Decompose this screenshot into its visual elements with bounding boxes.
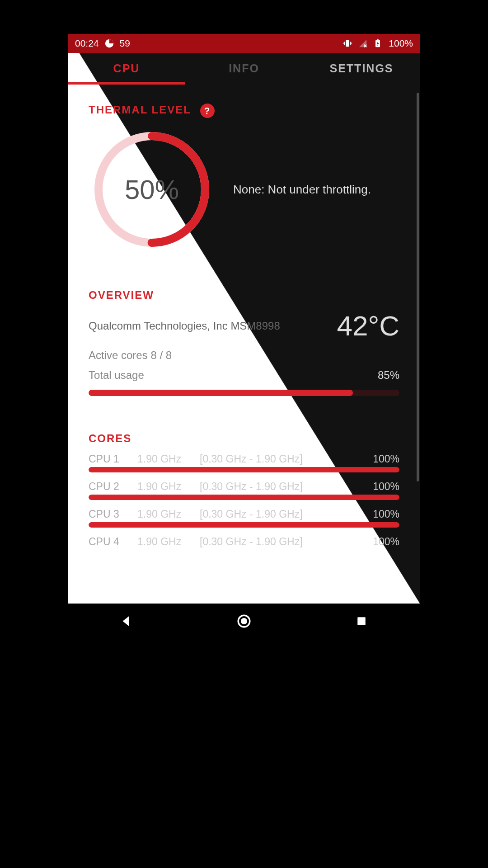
core-row: CPU 4 1.90 GHz [0.30 GHz - 1.90 GHz] 100…: [89, 536, 399, 548]
notification-count: 59: [120, 38, 130, 49]
scrollbar[interactable]: [417, 93, 419, 481]
nav-home-button[interactable]: [217, 608, 271, 635]
core-row: CPU 1 1.90 GHz [0.30 GHz - 1.90 GHz] 100…: [89, 453, 399, 465]
svg-point-13: [241, 618, 247, 624]
cpu-temperature: 42°C: [337, 310, 399, 342]
core-name: CPU 4: [89, 536, 129, 548]
card-overview: OVERVIEW Qualcomm Technologies, Inc MSM8…: [76, 277, 412, 408]
tab-settings[interactable]: SETTINGS: [303, 53, 420, 84]
nav-recents-button[interactable]: [334, 608, 389, 635]
core-range: [0.30 GHz - 1.90 GHz]: [200, 536, 355, 548]
phone-frame: 00:24 59 100% CPU: [59, 0, 429, 639]
core-usage-bar: [89, 467, 399, 472]
thermal-status-text: None: Not under throttling.: [233, 183, 371, 197]
card-cores: CORES CPU 1 1.90 GHz [0.30 GHz - 1.90 GH…: [76, 420, 412, 560]
core-row: CPU 2 1.90 GHz [0.30 GHz - 1.90 GHz] 100…: [89, 481, 399, 493]
thermal-title: THERMAL LEVEL ?: [89, 104, 399, 118]
core-range: [0.30 GHz - 1.90 GHz]: [200, 453, 355, 465]
thermal-gauge: 50%: [89, 126, 215, 253]
total-usage-bar: [89, 390, 399, 396]
core-usage-bar: [89, 522, 399, 528]
thermal-percent: 50%: [125, 174, 179, 205]
core-percent: 100%: [363, 481, 399, 493]
tab-cpu[interactable]: CPU: [68, 53, 185, 84]
vibrate-icon: [343, 38, 352, 48]
core-percent: 100%: [363, 453, 399, 465]
core-freq: 1.90 GHz: [137, 536, 192, 548]
core-freq: 1.90 GHz: [137, 508, 192, 520]
svg-rect-14: [357, 617, 366, 625]
svg-rect-1: [346, 40, 349, 47]
card-thermal: THERMAL LEVEL ? 50% None: Not under thro…: [76, 92, 412, 264]
system-nav-bar: [68, 604, 420, 639]
svg-marker-11: [123, 616, 129, 627]
app-icon: [104, 38, 114, 48]
tab-bar: CPU INFO SETTINGS: [68, 53, 420, 85]
nav-back-button[interactable]: [99, 608, 154, 635]
total-usage-label: Total usage: [89, 369, 144, 382]
bezel-top: [68, 0, 420, 34]
cores-title: CORES: [89, 432, 399, 445]
core-name: CPU 2: [89, 481, 129, 493]
core-freq: 1.90 GHz: [137, 481, 192, 493]
core-row: CPU 3 1.90 GHz [0.30 GHz - 1.90 GHz] 100…: [89, 508, 399, 520]
battery-charging-icon: [373, 38, 383, 48]
help-icon[interactable]: ?: [200, 104, 215, 118]
core-name: CPU 3: [89, 508, 129, 520]
status-bar: 00:24 59 100%: [68, 34, 420, 53]
core-percent: 100%: [363, 508, 399, 520]
content-scroll[interactable]: THERMAL LEVEL ? 50% None: Not under thro…: [68, 85, 420, 560]
svg-rect-4: [343, 42, 343, 44]
total-usage-percent: 85%: [378, 369, 399, 382]
active-cores: Active cores 8 / 8: [89, 349, 399, 362]
signal-none-icon: [358, 38, 368, 48]
core-freq: 1.90 GHz: [137, 453, 192, 465]
core-range: [0.30 GHz - 1.90 GHz]: [200, 508, 355, 520]
chip-name: Qualcomm Technologies, Inc MSM8998: [89, 320, 280, 332]
svg-rect-5: [352, 42, 352, 44]
clock: 00:24: [75, 38, 99, 49]
thermal-title-text: THERMAL LEVEL: [89, 104, 191, 116]
core-percent: 100%: [363, 536, 399, 548]
svg-rect-3: [350, 42, 351, 45]
overview-title: OVERVIEW: [89, 289, 399, 302]
tab-info[interactable]: INFO: [185, 53, 303, 84]
core-name: CPU 1: [89, 453, 129, 465]
core-usage-bar: [89, 495, 399, 500]
core-range: [0.30 GHz - 1.90 GHz]: [200, 481, 355, 493]
battery-percent: 100%: [389, 38, 413, 49]
screen: 00:24 59 100% CPU: [68, 34, 420, 604]
svg-rect-2: [344, 42, 345, 45]
svg-rect-7: [377, 39, 379, 41]
